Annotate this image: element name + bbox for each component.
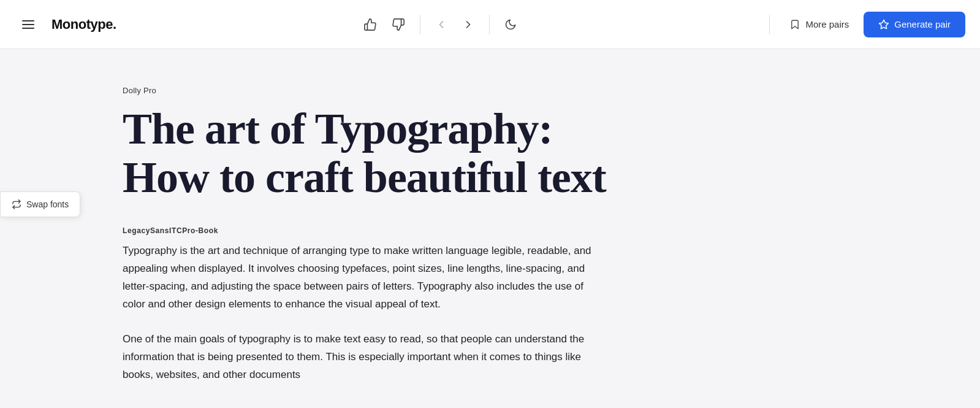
header-right: More pairs Generate pair [764,12,965,37]
generate-pair-button[interactable]: Generate pair [864,12,965,37]
generate-btn-label: Generate pair [894,19,951,29]
hamburger-icon [20,18,37,31]
swap-fonts-button[interactable]: Swap fonts [0,191,80,217]
swap-fonts-label: Swap fonts [26,199,69,209]
more-pairs-button[interactable]: More pairs [782,14,856,35]
header: Monotype. [0,0,980,49]
divider-2 [489,15,490,34]
heading-text: The art of Typography: How to craft beau… [123,105,613,202]
dark-mode-button[interactable] [499,13,522,36]
header-center [359,13,522,36]
nav-back-button[interactable] [430,13,452,36]
moon-icon [504,18,517,31]
arrow-left-icon [435,18,447,31]
thumbs-up-button[interactable] [359,13,382,36]
header-left: Monotype. [15,13,116,36]
logo: Monotype. [51,17,116,33]
thumbs-down-button[interactable] [387,13,410,36]
sparkle-icon [878,19,889,30]
body-paragraph-1: Typography is the art and technique of a… [123,242,601,314]
arrow-right-icon [462,18,474,31]
body-font-label: LegacySansITCPro-Book [123,226,613,235]
divider-1 [420,15,420,34]
swap-icon [12,199,21,209]
thumbs-down-icon [392,18,405,31]
nav-forward-button[interactable] [457,13,479,36]
divider-3 [769,15,770,34]
main-content: Dolly Pro The art of Typography: How to … [0,49,613,408]
svg-marker-0 [879,20,889,28]
bookmark-icon [789,19,800,30]
menu-button[interactable] [15,13,42,36]
heading-font-label: Dolly Pro [123,86,613,95]
body-paragraph-2: One of the main goals of typography is t… [123,331,601,384]
more-pairs-label: More pairs [805,19,849,29]
thumbs-up-icon [363,18,377,31]
